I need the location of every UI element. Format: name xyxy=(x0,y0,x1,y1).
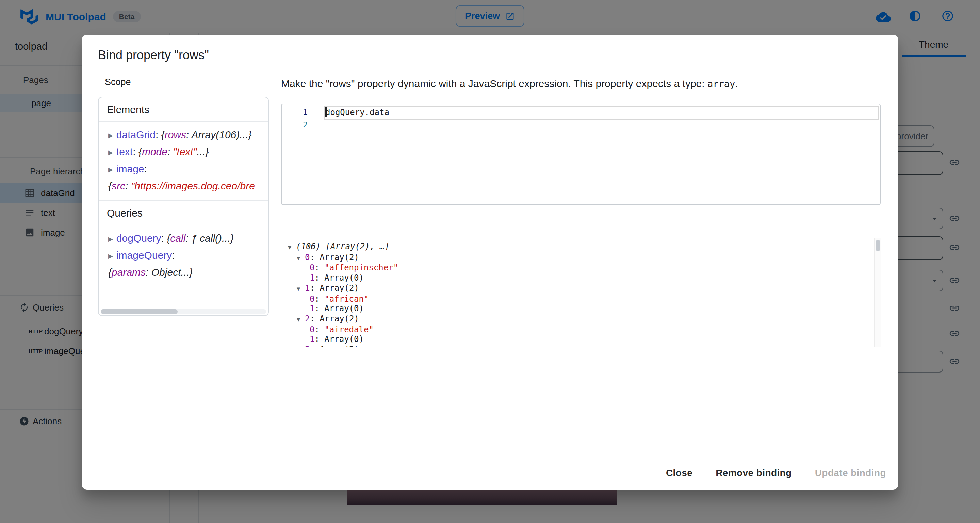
scope-explorer: Elements▶dataGrid: {rows: Array(106)...}… xyxy=(98,97,269,316)
scope-item-dogQuery[interactable]: ▶dogQuery: {call: ƒ call()...} xyxy=(108,230,259,247)
scope-item-image[interactable]: ▶image: {src: "https://images.dog.ceo/br… xyxy=(108,161,259,194)
preview-tree-row[interactable]: ▼3: Array(2) xyxy=(281,344,881,347)
expression-result-preview: ▼(106) [Array(2), …]▼0: Array(2)0: "affe… xyxy=(281,238,881,347)
scope-item-preview: {params: Object...} xyxy=(108,266,193,278)
scope-item-name: text xyxy=(116,146,133,157)
scope-section-header: Queries xyxy=(99,200,268,225)
preview-tree-row: 0: "airedale" xyxy=(281,324,881,334)
scope-item-name: image xyxy=(116,163,144,174)
expand-arrow-icon[interactable]: ▶ xyxy=(108,231,113,247)
scope-item-text[interactable]: ▶text: {mode: "text"...} xyxy=(108,144,259,161)
instruction-period: . xyxy=(735,78,738,89)
preview-tree-row[interactable]: ▼(106) [Array(2), …] xyxy=(281,242,881,252)
preview-tree-row: 1: Array(0) xyxy=(281,273,881,283)
preview-tree-row[interactable]: ▼1: Array(2) xyxy=(281,283,881,294)
scope-item-preview: {call: ƒ call()...} xyxy=(167,232,234,244)
editor-line: 2 xyxy=(282,118,880,131)
preview-tree-row: 1: Array(0) xyxy=(281,304,881,314)
collapse-arrow-icon[interactable]: ▼ xyxy=(297,284,305,294)
expected-type: array xyxy=(708,78,735,89)
editor-line: 1dogQuery.data xyxy=(282,106,880,118)
update-binding-button[interactable]: Update binding xyxy=(815,464,886,482)
collapse-arrow-icon[interactable]: ▼ xyxy=(297,315,305,324)
dialog-instruction: Make the "rows" property dynamic with a … xyxy=(281,78,873,89)
scope-item-preview: {src: "https://images.dog.ceo/bre xyxy=(108,180,255,191)
scope-item-preview: {mode: "text"...} xyxy=(138,146,208,157)
preview-tree-row: 0: "african" xyxy=(281,294,881,304)
horizontal-scrollbar-thumb[interactable] xyxy=(101,309,178,314)
scope-item-preview: {rows: Array(106)...} xyxy=(161,129,252,140)
expand-arrow-icon[interactable]: ▶ xyxy=(108,144,113,161)
expand-arrow-icon[interactable]: ▶ xyxy=(108,128,113,144)
scope-item-dataGrid[interactable]: ▶dataGrid: {rows: Array(106)...} xyxy=(108,127,259,144)
scope-section-items: ▶dataGrid: {rows: Array(106)...}▶text: {… xyxy=(99,122,268,200)
vertical-scrollbar-thumb[interactable] xyxy=(876,240,880,251)
remove-binding-button[interactable]: Remove binding xyxy=(716,464,791,482)
collapse-arrow-icon[interactable]: ▼ xyxy=(297,345,305,347)
vertical-scrollbar xyxy=(874,238,881,347)
preview-tree-row[interactable]: ▼2: Array(2) xyxy=(281,314,881,324)
line-content xyxy=(308,118,325,131)
scope-item-imageQuery[interactable]: ▶imageQuery: {params: Object...} xyxy=(108,247,259,281)
screen: MUI Toolpad Beta Preview toolpad Pages p… xyxy=(0,0,980,523)
js-expression-editor[interactable]: 1dogQuery.data2 xyxy=(281,104,881,205)
collapse-arrow-icon[interactable]: ▼ xyxy=(297,253,305,263)
expand-arrow-icon[interactable]: ▶ xyxy=(108,161,113,178)
preview-tree-row: 1: Array(0) xyxy=(281,335,881,344)
expand-arrow-icon[interactable]: ▶ xyxy=(108,248,113,264)
dialog-actions: Close Remove binding Update binding xyxy=(666,464,886,482)
scope-label: Scope xyxy=(105,78,131,87)
collapse-arrow-icon[interactable]: ▼ xyxy=(288,242,296,252)
preview-tree-row: 0: "affenpinscher" xyxy=(281,263,881,273)
bind-property-dialog: Bind property "rows" Scope Elements▶data… xyxy=(82,35,898,490)
horizontal-scrollbar xyxy=(101,309,266,314)
scope-item-name: dataGrid xyxy=(116,129,156,140)
preview-tree-row[interactable]: ▼0: Array(2) xyxy=(281,252,881,263)
dialog-title: Bind property "rows" xyxy=(98,46,209,64)
scope-section-header: Elements xyxy=(99,97,268,122)
scope-item-name: imageQuery xyxy=(116,249,172,261)
scope-tree: Elements▶dataGrid: {rows: Array(106)...}… xyxy=(99,97,268,287)
scope-item-name: dogQuery xyxy=(116,232,161,244)
instruction-text: Make the "rows" property dynamic with a … xyxy=(281,78,708,89)
line-number: 2 xyxy=(282,118,308,131)
line-number: 1 xyxy=(282,106,308,118)
line-content: dogQuery.data xyxy=(308,106,389,118)
close-button[interactable]: Close xyxy=(666,464,692,482)
scope-section-items: ▶dogQuery: {call: ƒ call()...}▶imageQuer… xyxy=(99,225,268,287)
